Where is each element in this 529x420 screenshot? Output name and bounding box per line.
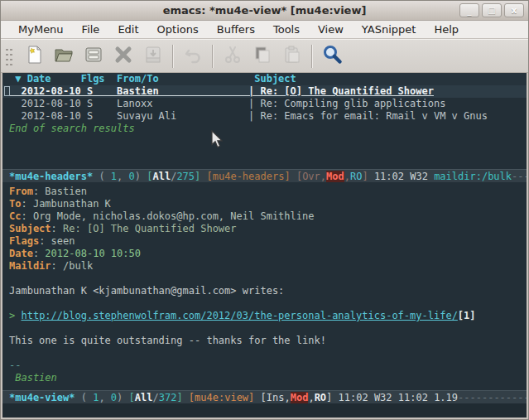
title-bar[interactable]: emacs: *mu4e-view* [mu4e:view] _ □ x	[1, 1, 528, 21]
paste-icon	[281, 44, 303, 69]
menu-item-buffers[interactable]: Buffers	[208, 22, 264, 37]
view-modeline-segment: ----------------------------------------	[458, 392, 527, 403]
menu-item-options[interactable]: Options	[148, 22, 208, 37]
headers-modeline-segment: RO	[350, 171, 362, 182]
view-modeline-segment: Ins	[267, 392, 285, 403]
blank-line	[2, 347, 527, 360]
view-modeline-segment: ,	[308, 392, 314, 403]
emacs-frame: ▼ Date Flgs From/To Subject 2012-08-10 S…	[2, 73, 527, 418]
message-field-date: Date: 2012-08-10 10:50	[2, 248, 527, 260]
delete-button[interactable]	[108, 43, 138, 70]
emacs-cursor	[4, 86, 10, 96]
headers-modeline-segment: ,	[344, 171, 350, 182]
menu-item-edit[interactable]: Edit	[108, 22, 147, 37]
headers-row-list: 2012-08-10 S Bastien | Re: [O] The Quant…	[2, 85, 527, 123]
copy-icon	[252, 44, 273, 69]
body-line: --	[2, 360, 527, 372]
view-modeline-segment: (	[75, 392, 93, 403]
field-value: Jambunathan K	[33, 198, 111, 210]
view-modeline-segment: 372	[159, 392, 177, 403]
field-value: Re: [O] The Quantified Shower	[63, 223, 237, 234]
body-text-quote: >	[9, 310, 21, 321]
save-as-icon	[142, 44, 164, 69]
save-icon	[83, 44, 104, 69]
field-label: Flags	[9, 235, 39, 247]
toolbar-separator	[311, 45, 313, 68]
maximize-button[interactable]: □	[482, 3, 502, 17]
field-value: 2012-08-10 10:50	[45, 248, 141, 259]
view-mode-line: *mu4e-view* ( 1, 0) [All/372] [mu4e:view…	[2, 390, 527, 403]
delete-icon	[113, 44, 134, 69]
emacs-window: emacs: *mu4e-view* [mu4e:view] _ □ x MyM…	[0, 0, 529, 420]
blank-line	[2, 273, 527, 285]
message-field-from: From: Bastien	[2, 186, 527, 198]
field-value: seen	[51, 235, 75, 247]
mu4e-headers-buffer: ▼ Date Flgs From/To Subject 2012-08-10 S…	[2, 73, 527, 169]
open-folder-button[interactable]	[49, 43, 79, 70]
body-text-signature: Bastien	[9, 372, 57, 384]
body-text-default: This one is quite outstanding -- thanks …	[9, 335, 326, 346]
headers-modeline-segment: 1	[111, 171, 117, 182]
headers-row[interactable]: 2012-08-10 S Suvayu Ali | Re: Emacs for …	[2, 110, 527, 123]
message-field-cc: Cc: Org Mode, nicholas.dokos@hp.com, Nei…	[2, 210, 527, 223]
view-modeline-segment: RO	[315, 392, 326, 403]
field-colon: :	[51, 223, 63, 234]
view-modeline-segment: *mu4e-view*	[9, 392, 75, 403]
undo-button	[178, 43, 208, 70]
toolbar-separator	[212, 45, 214, 68]
headers-modeline-segment: All	[152, 171, 171, 182]
close-button[interactable]: x	[504, 3, 524, 17]
headers-modeline-segment: Ovr	[302, 171, 320, 182]
message-field-flags: Flags: seen	[2, 235, 527, 248]
menu-bar: MyMenuFileEditOptionsBuffersToolsViewYAS…	[1, 21, 528, 39]
field-value: /bulk	[63, 260, 93, 272]
save-button[interactable]	[79, 43, 108, 70]
echo-area	[2, 403, 527, 418]
search-icon	[321, 43, 344, 69]
search-button[interactable]	[317, 43, 347, 70]
headers-modeline-segment: (	[93, 171, 111, 182]
toolbar-drag-handle[interactable]	[4, 46, 12, 67]
new-file-icon	[23, 44, 45, 69]
view-modeline-segment: [mu4e:view]	[189, 392, 261, 403]
field-label: Maildir	[9, 260, 51, 272]
body-text-footref: [1]	[458, 310, 476, 321]
body-line: Bastien	[2, 372, 527, 384]
headers-modeline-segment: *mu4e-headers*	[9, 171, 93, 182]
headers-row[interactable]: 2012-08-10 S Lanoxx | Re: Compiling glib…	[2, 98, 527, 110]
body-hyperlink[interactable]: http://blog.stephenwolfram.com/2012/03/t…	[21, 310, 457, 321]
field-label: Cc	[9, 210, 21, 222]
view-modeline-segment: /	[152, 392, 158, 403]
menu-item-mymenu[interactable]: MyMenu	[9, 22, 73, 37]
tool-bar	[1, 39, 528, 73]
field-value: Bastien	[45, 186, 87, 197]
menu-item-view[interactable]: View	[309, 22, 353, 37]
new-file-button[interactable]	[19, 43, 49, 70]
menu-item-tools[interactable]: Tools	[264, 22, 309, 37]
end-of-search-results-text: End of search results	[2, 123, 527, 135]
view-modeline-segment: All	[135, 392, 153, 403]
blank-line	[2, 322, 527, 335]
headers-modeline-segment: 11:02 W32	[374, 171, 434, 182]
body-text-separator: --	[9, 360, 21, 371]
view-modeline-segment: [	[261, 392, 267, 403]
menu-item-yasnippet[interactable]: YASnippet	[353, 22, 426, 37]
minimize-button[interactable]: _	[459, 3, 479, 17]
headers-modeline-segment: ,	[320, 171, 326, 182]
field-colon: :	[21, 210, 32, 222]
view-modeline-segment: 11:02 W32 11:02 1.19	[339, 392, 459, 403]
headers-column-header: ▼ Date Flgs From/To Subject	[2, 73, 527, 85]
view-modeline-segment: [	[129, 392, 135, 403]
view-modeline-segment: ,	[99, 392, 110, 403]
headers-modeline-segment: ]	[362, 171, 373, 182]
message-header-fields: From: BastienTo: Jambunathan KCc: Org Mo…	[2, 186, 527, 273]
headers-mode-line: *mu4e-headers* ( 1, 0) [All/275] [mu4e-h…	[2, 169, 527, 182]
menu-item-file[interactable]: File	[73, 22, 109, 37]
view-modeline-segment: )	[117, 392, 128, 403]
body-line: This one is quite outstanding -- thanks …	[2, 335, 527, 347]
menu-item-help[interactable]: Help	[425, 22, 468, 37]
blank-line	[2, 297, 527, 310]
headers-row-selected[interactable]: 2012-08-10 S Bastien | Re: [O] The Quant…	[2, 85, 527, 98]
message-field-maildir: Maildir: /bulk	[2, 260, 527, 273]
view-modeline-segment: ,	[284, 392, 290, 403]
